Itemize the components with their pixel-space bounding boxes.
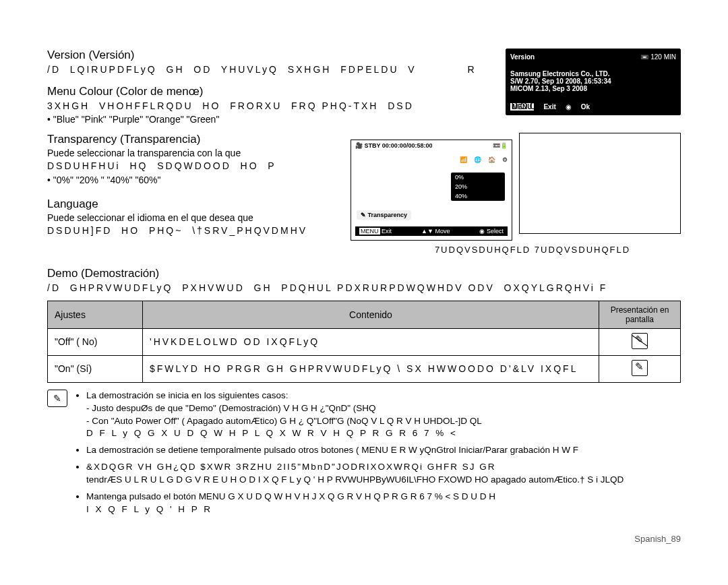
opt-40: 40% (451, 191, 505, 201)
demo-table: Ajustes Contenido Presentación en pantal… (47, 301, 681, 383)
ok-label: Ok (581, 103, 590, 111)
transparency-tag: Transparency (368, 212, 408, 218)
note-1: La demostración se inicia en los siguien… (86, 390, 624, 441)
note-icon: ✎ (47, 390, 67, 407)
demo-title: Demo (Demostración) (47, 267, 681, 280)
version-card-company: Samsung Electronics Co., LTD. (510, 70, 676, 78)
menu-colour-options: • "Blue" "Pink" "Purple" "Orange" "Green… (47, 114, 681, 125)
pencil-on-icon (632, 360, 648, 376)
ok-dot: ◉ (566, 103, 572, 111)
blank-preview-card (519, 133, 681, 234)
opt-0: 0% (451, 173, 505, 182)
note-2: La demostración se detiene temporalmente… (86, 444, 624, 457)
version-card-title: Version (510, 53, 535, 61)
th-ajustes: Ajustes (48, 301, 143, 328)
note-list: La demostración se inicia en los siguien… (74, 390, 624, 520)
td-off: "Off" ( No) (48, 328, 143, 355)
td-off-icon (599, 328, 681, 355)
mini-caption: 7UDQVSDUHQFLD 7UDQVSDUHQFLD (384, 245, 681, 255)
mini-exit: Exit (382, 228, 392, 235)
mini-select: Select (487, 228, 504, 235)
transparency-preview-card: 🎥 STBY 00:00:00/00:58:00 📼🔋 📶🌐🏠⚙ 0% 20% … (351, 140, 512, 241)
stby-label: STBY 00:00:00/00:58:00 (365, 142, 433, 149)
transparency-options: 0% 20% 40% (451, 173, 505, 201)
td-off-desc: 'HVKDELOLWD OD IXQFLyQ (143, 328, 599, 355)
th-contenido: Contenido (143, 301, 599, 328)
mini-menu: MENU (359, 228, 380, 235)
td-on: "On" (Sí) (48, 355, 143, 382)
version-card-min: 📼 120 MIN (640, 53, 676, 61)
td-on-icon (599, 355, 681, 382)
note-3: &XDQGR VH GH¿QD $XWR 3RZHU 2II5"MbnD"JOD… (86, 461, 624, 487)
opt-20: 20% (451, 182, 505, 191)
mini-move: Move (435, 228, 450, 235)
demo-line: /D GHPRVWUDFLyQ PXHVWUD GH PDQHUL PDXRUR… (47, 282, 681, 295)
pencil-off-icon (632, 333, 648, 349)
page-number: Spanish_89 (47, 534, 681, 544)
exit-label: Exit (543, 103, 555, 111)
td-on-desc: $FWLYD HO PRGR GH GHPRVWUDFLyQ \ SX HWWO… (143, 355, 599, 382)
th-presentacion: Presentación en pantalla (599, 301, 681, 328)
version-card-micom: MICOM 2.13, Sep 3 2008 (510, 85, 676, 92)
version-card-sw: S/W 2.70, Sep 10 2008, 16:53:34 (510, 78, 676, 85)
note-4: Mantenga pulsado el botón MENU G X U D Q… (86, 491, 624, 516)
